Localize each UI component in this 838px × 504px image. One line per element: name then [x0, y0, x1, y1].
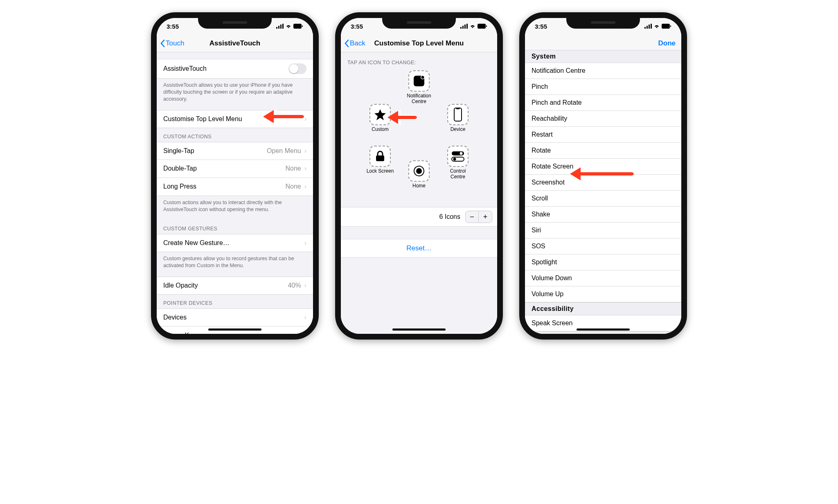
count-label: 6 Icons [439, 213, 460, 220]
long-press-row[interactable]: Long Press None› [157, 178, 313, 196]
row-label: Screenshot [532, 179, 565, 186]
chevron-right-icon: › [304, 314, 306, 321]
svg-rect-4 [293, 24, 302, 29]
row-label: Idle Opacity [163, 282, 198, 289]
action-row-spotlight[interactable]: Spotlight [525, 254, 681, 270]
stepper-plus[interactable]: + [479, 211, 492, 223]
row-label: Volume Up [532, 290, 563, 298]
svg-point-23 [453, 158, 456, 161]
home-icon [413, 165, 425, 177]
svg-point-14 [421, 76, 424, 79]
mouse-keys-row[interactable]: Mouse Keys › [157, 326, 313, 334]
wifi-icon [653, 24, 660, 29]
icon-label: Control Centre [442, 169, 473, 180]
row-label: Restart [532, 131, 553, 138]
icon-lock-screen[interactable]: Lock Screen [365, 146, 396, 174]
action-row-siri[interactable]: Siri [525, 223, 681, 239]
wifi-icon [285, 24, 292, 29]
cellular-icon [460, 24, 468, 29]
row-label: Rotate [532, 147, 551, 154]
annotation-arrow [387, 111, 417, 124]
section-pointer-devices: POINTER DEVICES [157, 295, 313, 308]
icon-label: Device [442, 127, 473, 133]
row-label: Pinch [532, 83, 548, 90]
chevron-left-icon [160, 39, 166, 47]
icon-notification-centre[interactable]: Notification Centre [403, 70, 435, 105]
icon-device[interactable]: Device [442, 104, 473, 133]
double-tap-row[interactable]: Double-Tap None› [157, 160, 313, 178]
action-row-pinch-and-rotate[interactable]: Pinch and Rotate [525, 95, 681, 111]
row-value: None [285, 183, 301, 190]
phone-customise-menu: 3:55 Back Customise Top Level Menu TAP A… [335, 12, 503, 340]
svg-rect-7 [462, 26, 464, 29]
icon-home[interactable]: Home [403, 160, 435, 189]
action-row-reachability[interactable]: Reachability [525, 111, 681, 127]
row-label: Shake [532, 211, 550, 218]
annotation-arrow [570, 167, 634, 180]
switch-off[interactable] [288, 63, 306, 74]
icon-control-centre[interactable]: Control Centre [442, 146, 473, 180]
custom-gestures-footer: Custom gestures allow you to record gest… [157, 252, 313, 277]
create-new-gesture-row[interactable]: Create New Gesture… › [157, 234, 313, 252]
svg-point-19 [416, 168, 422, 174]
icon-label: Home [403, 183, 435, 189]
notch [382, 17, 456, 29]
action-row-pinch[interactable]: Pinch [525, 79, 681, 95]
svg-rect-28 [662, 24, 670, 29]
single-tap-row[interactable]: Single-Tap Open Menu› [157, 142, 313, 160]
cellular-icon [644, 24, 652, 29]
section-custom-actions: CUSTOM ACTIONS [157, 128, 313, 142]
svg-rect-15 [454, 108, 462, 121]
custom-actions-footer: Custom actions allow you to interact dir… [157, 196, 313, 220]
svg-rect-24 [644, 27, 646, 29]
action-row-scroll[interactable]: Scroll [525, 191, 681, 207]
row-label: Siri [532, 227, 541, 234]
device-icon [454, 108, 462, 122]
chevron-right-icon: › [304, 115, 306, 123]
done-button[interactable]: Done [658, 39, 676, 47]
status-icons [644, 24, 671, 29]
idle-opacity-row[interactable]: Idle Opacity 40%› [157, 277, 313, 295]
chevron-right-icon: › [304, 165, 306, 172]
stepper: − + [465, 211, 492, 223]
back-label: Touch [166, 39, 184, 47]
section-custom-gestures: CUSTOM GESTURES [157, 220, 313, 234]
reset-button[interactable]: Reset… [341, 239, 497, 258]
row-label: Create New Gesture… [163, 239, 230, 247]
status-time: 3:55 [167, 23, 179, 30]
wifi-icon [469, 24, 476, 29]
assistivetouch-toggle-row[interactable]: AssistiveTouch [157, 59, 313, 79]
group-header: Scroll Gestures [525, 331, 681, 334]
action-row-volume-down[interactable]: Volume Down [525, 270, 681, 286]
svg-rect-0 [276, 27, 277, 29]
stepper-minus[interactable]: − [466, 211, 479, 223]
battery-icon [478, 24, 487, 29]
svg-rect-16 [456, 108, 460, 109]
action-row-rotate[interactable]: Rotate [525, 143, 681, 159]
svg-rect-29 [670, 25, 671, 27]
control-centre-icon [451, 151, 465, 162]
svg-rect-27 [651, 24, 652, 29]
icon-count-row: 6 Icons − + [341, 207, 497, 227]
status-time: 3:55 [351, 23, 363, 30]
chevron-right-icon: › [304, 282, 306, 289]
svg-rect-8 [464, 25, 466, 29]
phone-action-picker: 3:55 Done SystemNotification CentrePinch… [519, 12, 687, 340]
row-label: Double-Tap [163, 165, 197, 172]
icon-label: Notification Centre [403, 93, 435, 105]
back-button[interactable]: Back [341, 39, 365, 47]
action-row-sos[interactable]: SOS [525, 239, 681, 254]
notch [198, 17, 272, 29]
action-row-shake[interactable]: Shake [525, 207, 681, 223]
action-row-restart[interactable]: Restart [525, 127, 681, 143]
action-row-volume-up[interactable]: Volume Up [525, 286, 681, 302]
action-row-speak-screen[interactable]: Speak Screen [525, 315, 681, 331]
row-label: Volume Down [532, 274, 572, 282]
back-button[interactable]: Touch [157, 39, 184, 47]
row-label: Customise Top Level Menu [163, 115, 242, 123]
row-label: Scroll [532, 195, 548, 202]
row-value: None [285, 165, 301, 172]
phone-assistivetouch: 3:55 Touch AssistiveTouch AssistiveTouch… [151, 12, 319, 340]
status-icons [276, 24, 303, 29]
devices-row[interactable]: Devices › [157, 308, 313, 326]
